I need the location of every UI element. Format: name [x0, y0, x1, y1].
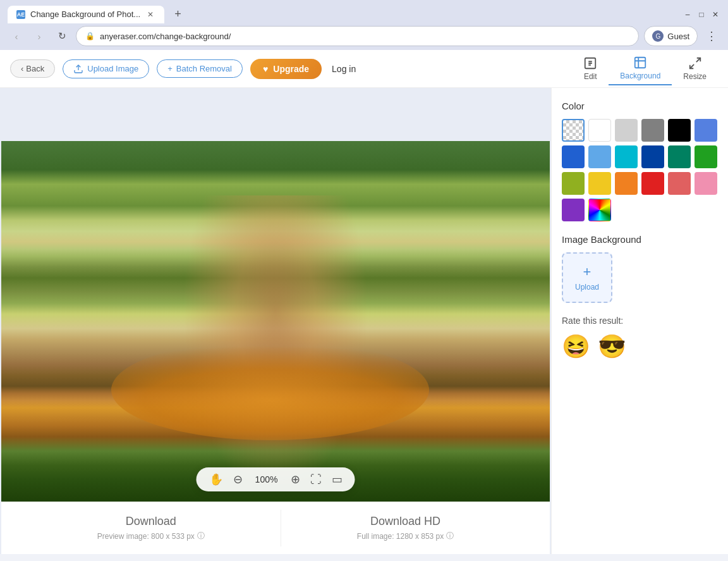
reload-button[interactable]: ↻ [53, 27, 71, 45]
happy-emoji-button[interactable]: 😆 [562, 333, 590, 360]
maximize-button[interactable]: □ [696, 9, 707, 20]
color-swatch-cyan[interactable] [615, 145, 638, 168]
download-hd-section: Download HD Full image: 1280 x 853 px ⓘ [281, 510, 530, 546]
edit-tool-button[interactable]: Edit [572, 52, 609, 85]
color-section-title: Color [562, 101, 718, 111]
color-swatch-green[interactable] [695, 145, 717, 168]
resize-tool-button[interactable]: Resize [672, 52, 718, 85]
color-swatch-black[interactable] [668, 119, 691, 142]
back-label: Back [26, 64, 44, 73]
info-hd-icon: ⓘ [446, 531, 454, 541]
new-tab-button[interactable]: + [169, 5, 186, 23]
browser-chrome: AE Change Background of Phot... ✕ + – □ … [0, 0, 728, 50]
split-view-button[interactable]: ▭ [332, 472, 343, 486]
pan-tool-button[interactable]: ✋ [209, 472, 223, 486]
color-swatch-darkblue[interactable] [641, 145, 664, 168]
upload-image-label: Upload Image [87, 64, 138, 73]
hand-icon: ✋ [209, 472, 223, 486]
zoom-in-icon: ⊕ [291, 472, 300, 486]
profile-button[interactable]: G Guest [644, 26, 698, 46]
svg-rect-2 [635, 58, 646, 68]
fullscreen-button[interactable]: ⛶ [310, 473, 322, 486]
download-preview-size: Preview image: 800 x 533 px ⓘ [97, 531, 205, 541]
batch-removal-label: Batch Removal [176, 64, 232, 73]
toolbar: ‹ Back Upload Image + Batch Removal ♥ Up… [0, 50, 728, 88]
color-swatch-yellow[interactable] [588, 172, 611, 195]
split-icon: ▭ [332, 472, 343, 486]
upload-bg-label: Upload [575, 283, 599, 292]
info-icon: ⓘ [197, 531, 205, 541]
color-swatch-transparent[interactable] [562, 119, 585, 142]
image-container: ✋ ⊖ 100% ⊕ ⛶ ▭ [1, 141, 550, 502]
color-swatch-white[interactable] [588, 119, 611, 142]
svg-line-3 [696, 58, 700, 62]
plus-upload-icon: + [583, 264, 592, 280]
login-button[interactable]: Log in [332, 64, 356, 74]
color-swatch-salmon[interactable] [668, 172, 691, 195]
browser-tab[interactable]: AE Change Background of Phot... ✕ [8, 6, 164, 23]
minimize-button[interactable]: – [682, 9, 693, 20]
color-swatch-blue[interactable] [562, 145, 585, 168]
resize-icon [688, 56, 702, 70]
profile-avatar: G [652, 30, 664, 42]
color-swatch-olive[interactable] [562, 172, 585, 195]
app: ‹ Back Upload Image + Batch Removal ♥ Up… [0, 50, 728, 554]
canvas-area[interactable]: ✋ ⊖ 100% ⊕ ⛶ ▭ [0, 88, 551, 554]
color-swatch-lightgray[interactable] [615, 119, 638, 142]
upload-icon [73, 64, 83, 74]
background-tool-button[interactable]: Background [609, 52, 672, 85]
emoji-row: 😆 😎 [562, 333, 718, 360]
close-button[interactable]: ✕ [710, 9, 720, 20]
forward-nav-button[interactable]: › [30, 27, 48, 45]
plus-icon: + [167, 64, 173, 73]
upload-image-button[interactable]: Upload Image [63, 59, 149, 78]
main-content: ✋ ⊖ 100% ⊕ ⛶ ▭ [0, 88, 728, 554]
tool-buttons: Edit Background Resize [572, 52, 718, 85]
zoom-level: 100% [253, 474, 281, 484]
color-swatch-orange[interactable] [615, 172, 638, 195]
rate-section: Rate this result: 😆 😎 [562, 316, 718, 360]
right-panel: Color [551, 88, 728, 554]
download-bar: Download Preview image: 800 x 533 px ⓘ D… [1, 502, 550, 554]
lock-icon: 🔒 [85, 32, 95, 40]
address-bar-row: ‹ › ↻ 🔒 anyeraser.com/change-background/… [0, 23, 728, 50]
title-bar: AE Change Background of Phot... ✕ + – □ … [0, 0, 728, 23]
color-swatch-pink[interactable] [695, 172, 717, 195]
address-bar[interactable]: 🔒 anyeraser.com/change-background/ [76, 26, 639, 46]
tab-label: Change Background of Phot... [30, 9, 140, 19]
color-swatch-red[interactable] [641, 172, 664, 195]
tab-favicon: AE [16, 10, 25, 19]
back-button[interactable]: ‹ Back [10, 59, 55, 78]
background-tool-label: Background [620, 71, 660, 80]
tab-close-button[interactable]: ✕ [145, 9, 155, 20]
heart-icon: ♥ [263, 64, 268, 74]
back-chevron-icon: ‹ [21, 64, 23, 73]
zoom-out-button[interactable]: ⊖ [233, 472, 243, 486]
color-swatch-gray[interactable] [641, 119, 664, 142]
color-swatch-purple[interactable] [562, 199, 585, 221]
upload-background-button[interactable]: + Upload [562, 252, 612, 303]
color-swatch-teal[interactable] [668, 145, 691, 168]
fullscreen-icon: ⛶ [310, 473, 322, 486]
download-section: Download Preview image: 800 x 533 px ⓘ [21, 510, 281, 546]
color-swatch-gradient[interactable] [588, 199, 611, 221]
upgrade-button[interactable]: ♥ Upgrade [250, 59, 322, 79]
cool-emoji-button[interactable]: 😎 [598, 333, 626, 360]
color-swatch-cornflower[interactable] [695, 119, 717, 142]
upgrade-label: Upgrade [273, 64, 309, 74]
background-icon [633, 56, 647, 70]
title-bar-controls: – □ ✕ [682, 9, 720, 20]
rate-title: Rate this result: [562, 316, 718, 326]
zoom-in-button[interactable]: ⊕ [291, 472, 300, 486]
svg-line-4 [689, 65, 693, 68]
batch-removal-button[interactable]: + Batch Removal [157, 59, 243, 78]
image-toolbar-overlay: ✋ ⊖ 100% ⊕ ⛶ ▭ [197, 467, 355, 491]
color-swatch-skyblue[interactable] [588, 145, 611, 168]
browser-menu-button[interactable]: ⋮ [703, 27, 720, 45]
download-full-size: Full image: 1280 x 853 px ⓘ [357, 531, 454, 541]
resize-tool-label: Resize [683, 72, 707, 81]
download-hd-label: Download HD [370, 515, 440, 528]
back-nav-button[interactable]: ‹ [8, 27, 25, 45]
image-background-section: Image Background + Upload [562, 234, 718, 303]
main-image [1, 141, 550, 502]
